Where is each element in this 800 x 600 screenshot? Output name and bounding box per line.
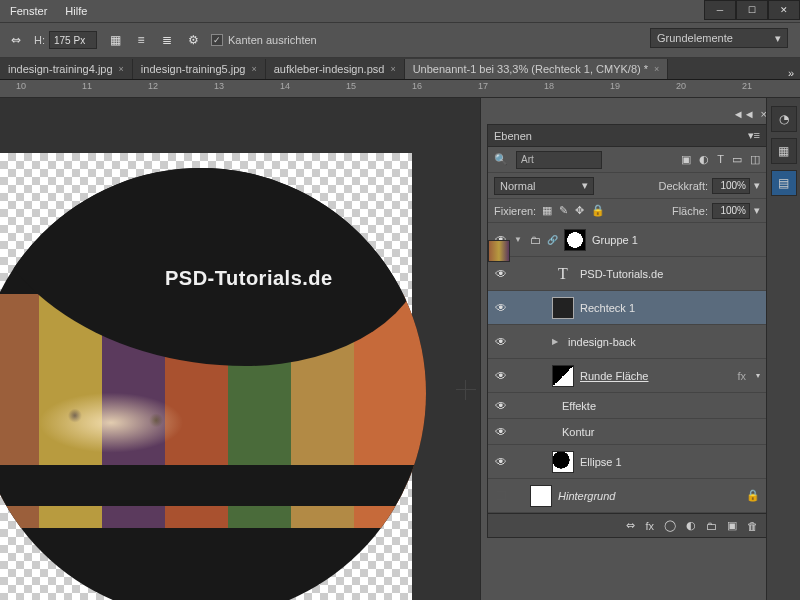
tab-doc-1[interactable]: indesign-training4.jpg× [0,59,133,79]
visibility-icon[interactable]: 👁 [494,425,508,439]
menu-fenster[interactable]: Fenster [10,5,47,17]
visibility-icon[interactable]: 👁 [494,399,508,413]
workspace-label: Grundelemente [657,32,733,44]
tab-doc-2[interactable]: indesign-training5.jpg× [133,59,266,79]
trash-icon[interactable]: 🗑 [747,520,758,532]
swatches-tab-icon[interactable]: ▦ [771,138,797,164]
filter-pixel-icon[interactable]: ▣ [681,153,691,166]
cursor-crosshair [456,380,476,400]
layer-ellipse[interactable]: 👁 Ellipse 1 [488,445,766,479]
right-tool-column: ◔ ▦ ▤ [766,98,800,600]
search-icon: 🔍 [494,153,508,166]
layer-name[interactable]: PSD-Tutorials.de [580,268,760,280]
fx-badge[interactable]: fx [737,370,746,382]
opacity-input[interactable] [712,178,750,194]
adjustment-icon[interactable]: ◐ [686,519,696,532]
tab-doc-4[interactable]: Unbenannt-1 bei 33,3% (Rechteck 1, CMYK/… [405,59,669,79]
canvas-area[interactable]: PSD-Tutorials.de [0,98,480,600]
gear-icon[interactable]: ⚙ [185,32,201,48]
layer-thumb[interactable] [552,451,574,473]
visibility-icon[interactable]: 👁 [494,335,508,349]
tab-overflow[interactable]: » [782,67,800,79]
layer-back[interactable]: 👁 ▶ indesign-back [488,325,766,359]
mask-icon[interactable]: ◯ [664,519,676,532]
close-icon[interactable]: × [390,64,395,74]
lock-all-icon[interactable]: 🔒 [591,204,605,217]
menu-hilfe[interactable]: Hilfe [65,5,87,17]
layer-round[interactable]: 👁 Runde Fläche fx ▾ [488,359,766,393]
new-layer-icon[interactable]: ▣ [727,519,737,532]
close-icon[interactable]: × [119,64,124,74]
layers-tab-icon[interactable]: ▤ [771,170,797,196]
layer-background[interactable]: ☐ Hintergrund 🔒 [488,479,766,513]
effect-name: Kontur [562,426,760,438]
blend-mode-dropdown[interactable]: Normal▾ [494,177,594,195]
expand-icon[interactable]: ▶ [552,337,562,346]
layers-panel: Ebenen ▾≡ 🔍 ▣ ◐ T ▭ ◫ Normal▾ D [487,124,767,538]
artwork-logo-text: PSD-Tutorials.de [165,267,333,290]
visibility-icon[interactable]: 👁 [494,369,508,383]
visibility-icon[interactable]: 👁 [494,301,508,315]
layer-mask-thumb[interactable] [564,229,586,251]
filter-input[interactable] [516,151,602,169]
layer-name[interactable]: Ellipse 1 [580,456,760,468]
layer-kontur[interactable]: 👁 Kontur [488,419,766,445]
fx-icon[interactable]: fx [645,520,654,532]
lock-row: Fixieren: ▦ ✎ ✥ 🔒 Fläche: ▾ [488,199,766,223]
filter-type-icon[interactable]: T [717,153,724,166]
chevron-down-icon[interactable]: ▾ [754,179,760,192]
visibility-icon[interactable]: ☐ [494,489,508,503]
group-icon[interactable]: 🗀 [706,520,717,532]
layer-thumb[interactable] [488,240,510,262]
filter-smart-icon[interactable]: ◫ [750,153,760,166]
filter-adjust-icon[interactable]: ◐ [699,153,709,166]
align-icon-3[interactable]: ≣ [159,32,175,48]
layer-effects[interactable]: 👁 Effekte [488,393,766,419]
opacity-label: Deckkraft: [658,180,708,192]
layer-name[interactable]: indesign-back [568,336,760,348]
layer-text[interactable]: 👁 T PSD-Tutorials.de [488,257,766,291]
layer-thumb[interactable] [552,297,574,319]
layer-name[interactable]: Runde Fläche [580,370,731,382]
height-label: H: [34,34,45,46]
snap-checkbox[interactable]: ✓ Kanten ausrichten [211,34,317,46]
chevron-down-icon[interactable]: ▾ [754,204,760,217]
chevron-down-icon[interactable]: ▾ [756,371,760,380]
lock-pixel-icon[interactable]: ✎ [559,204,568,217]
layer-filter-row: 🔍 ▣ ◐ T ▭ ◫ [488,147,766,173]
align-icon-2[interactable]: ≡ [133,32,149,48]
type-layer-icon: T [552,265,574,283]
layer-thumb[interactable] [530,485,552,507]
layer-group[interactable]: 👁 ▼ 🗀 🔗 Gruppe 1 [488,223,766,257]
maximize-button[interactable]: ☐ [736,0,768,20]
filter-shape-icon[interactable]: ▭ [732,153,742,166]
layer-thumb[interactable] [552,365,574,387]
close-icon[interactable]: × [251,64,256,74]
close-button[interactable]: ✕ [768,0,800,20]
lock-pos-icon[interactable]: ✥ [575,204,584,217]
lock-trans-icon[interactable]: ▦ [542,204,552,217]
close-icon[interactable]: × [654,64,659,74]
right-panel: ◄◄× Ebenen ▾≡ 🔍 ▣ ◐ T ▭ ◫ Normal▾ [480,98,800,600]
layer-name[interactable]: Gruppe 1 [592,234,760,246]
height-input[interactable] [49,31,97,49]
color-tab-icon[interactable]: ◔ [771,106,797,132]
workspace-dropdown[interactable]: Grundelemente ▾ [650,28,788,48]
fill-input[interactable] [712,203,750,219]
lock-label: Fixieren: [494,205,536,217]
panel-menu-icon[interactable]: ▾≡ [748,129,760,142]
layer-name[interactable]: Rechteck 1 [580,302,760,314]
layer-name[interactable]: Hintergrund [558,490,740,502]
link-icon[interactable]: ⇔ [8,32,24,48]
lock-icon[interactable]: 🔒 [746,489,760,502]
visibility-icon[interactable]: 👁 [494,267,508,281]
panel-title[interactable]: Ebenen [494,130,532,142]
visibility-icon[interactable]: 👁 [494,455,508,469]
expand-icon[interactable]: ▼ [514,235,524,244]
link-layers-icon[interactable]: ⇔ [626,519,635,532]
tab-doc-3[interactable]: aufkleber-indesign.psd× [266,59,405,79]
minimize-button[interactable]: ─ [704,0,736,20]
panel-collapse-bar[interactable]: ◄◄× [487,108,767,122]
align-icon-1[interactable]: ▦ [107,32,123,48]
layer-rect[interactable]: 👁 Rechteck 1 [488,291,766,325]
